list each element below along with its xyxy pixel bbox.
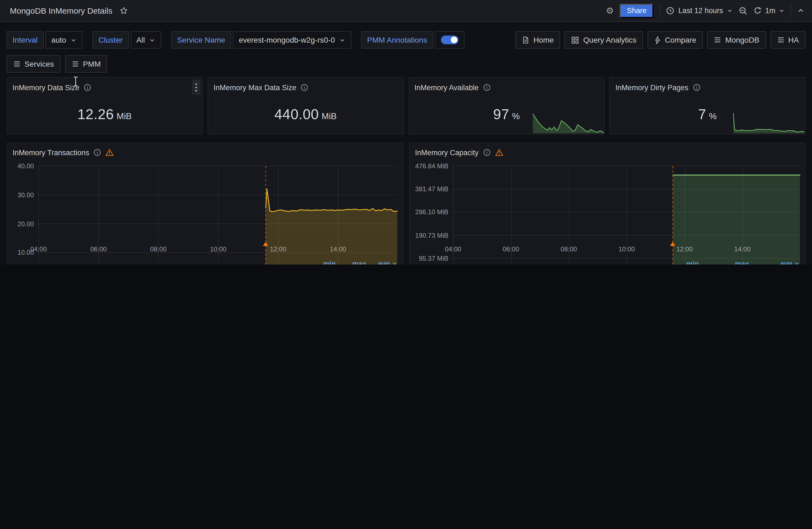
stat-value: 97%: [409, 95, 604, 134]
dashboard-links: Home Query Analytics Compare MongoDB HA: [515, 31, 806, 49]
refresh-icon: [754, 6, 762, 15]
chevron-down-icon: [779, 8, 785, 14]
clock-icon: [666, 6, 675, 15]
interval-label: Interval: [6, 31, 44, 49]
interval-select[interactable]: auto: [45, 31, 83, 49]
y-tick-label: 190.73 MiB: [415, 231, 448, 239]
y-tick-label: 20.00: [17, 220, 34, 228]
refresh-interval-label: 1m: [765, 6, 775, 15]
link-pmm[interactable]: PMM: [65, 55, 107, 73]
y-tick-label: 286.10 MiB: [415, 209, 448, 216]
link-services[interactable]: Services: [6, 55, 60, 73]
link-mongodb[interactable]: MongoDB: [707, 31, 766, 49]
x-tick-label: 04:00: [445, 245, 461, 253]
stat-value: 440.00MiB: [208, 95, 403, 134]
top-header: MongoDB InMemory Details ⚙ Share Last 12…: [0, 0, 812, 22]
cluster-select[interactable]: All: [130, 31, 161, 49]
annotation-marker[interactable]: [670, 242, 675, 246]
x-tick-label: 10:00: [210, 245, 227, 253]
info-icon[interactable]: [483, 84, 491, 91]
panel-inmemory-dirty-pages: InMemory Dirty Pages 7%: [610, 77, 806, 134]
x-tick-label: 14:00: [734, 245, 751, 253]
stats-row: InMemory Data Size 12.26MiB InMemory Max…: [6, 77, 806, 134]
link-home[interactable]: Home: [515, 31, 560, 49]
star-icon[interactable]: [119, 6, 128, 15]
panel-menu-kebab-icon[interactable]: [192, 80, 201, 95]
info-icon[interactable]: [84, 84, 91, 91]
panel-title[interactable]: InMemory Max Data Size: [214, 83, 296, 91]
y-tick-label: 40.00: [17, 162, 34, 170]
divider: [791, 5, 791, 17]
share-button[interactable]: Share: [620, 3, 654, 18]
service-name-filter: Service Name everest-mongodb-w2g-rs0-0: [171, 31, 351, 49]
dashboard-body: Interval auto Cluster All Service Name e…: [0, 31, 812, 264]
menu-icon: [714, 37, 722, 43]
caret-up-icon[interactable]: [797, 7, 804, 14]
stat-value: 7%: [610, 95, 805, 134]
panel-title[interactable]: InMemory Dirty Pages: [615, 83, 688, 91]
chevron-down-icon: [149, 37, 155, 43]
panel-inmemory-available: InMemory Available 97%: [408, 77, 605, 134]
menu-icon: [71, 61, 79, 67]
grid-icon: [571, 36, 580, 44]
menu-icon: [777, 37, 784, 43]
bolt-icon: [654, 36, 661, 44]
x-tick-label: 10:00: [619, 245, 635, 253]
interval-filter: Interval auto: [6, 31, 83, 49]
time-range-label: Last 12 hours: [678, 6, 723, 15]
y-tick-label: 381.47 MiB: [415, 185, 448, 193]
y-tick-label: 30.00: [17, 191, 34, 199]
annotation-marker[interactable]: [263, 242, 268, 246]
panel-title[interactable]: InMemory Capacity: [415, 148, 479, 157]
zoom-out-icon[interactable]: [739, 6, 748, 15]
panel-inmemory-transactions: InMemory Transactions 40.0030.0020.0010.…: [6, 143, 403, 264]
x-tick-label: 04:00: [30, 245, 47, 253]
chevron-down-icon: [71, 37, 76, 43]
toggle-track: [441, 35, 458, 44]
warning-icon[interactable]: [106, 149, 114, 156]
x-axis: 04:0006:0008:0010:0012:0014:00: [452, 245, 799, 254]
info-icon[interactable]: [693, 84, 700, 91]
divider: [660, 5, 661, 17]
cluster-filter: Cluster All: [92, 31, 161, 49]
panel-title[interactable]: InMemory Transactions: [13, 148, 89, 157]
page-title: MongoDB InMemory Details: [10, 6, 112, 15]
x-tick-label: 12:00: [270, 245, 286, 253]
pmm-annotations-label: PMM Annotations: [361, 31, 433, 49]
y-tick-label: 95.37 MiB: [419, 255, 448, 262]
x-axis: 04:0006:0008:0010:0012:0014:00: [38, 245, 397, 254]
service-name-select[interactable]: everest-mongodb-w2g-rs0-0: [233, 31, 351, 49]
filters-toolbar: Interval auto Cluster All Service Name e…: [6, 31, 806, 49]
service-name-label: Service Name: [171, 31, 231, 49]
warning-icon[interactable]: [495, 149, 503, 156]
info-icon[interactable]: [94, 149, 101, 156]
link-ha[interactable]: HA: [770, 31, 806, 49]
panel-inmemory-capacity: InMemory Capacity 476.84 MiB381.47 MiB28…: [409, 143, 806, 264]
chart-plot[interactable]: [452, 166, 799, 242]
time-range-picker[interactable]: Last 12 hours: [666, 6, 733, 15]
panel-inmemory-data-size: InMemory Data Size 12.26MiB: [6, 77, 203, 134]
y-tick-label: 476.84 MiB: [415, 162, 448, 170]
link-query-analytics[interactable]: Query Analytics: [565, 31, 643, 49]
panel-inmemory-max-data-size: InMemory Max Data Size 440.00MiB: [208, 77, 404, 134]
toggle-knob: [451, 37, 457, 43]
pmm-annotations-toggle[interactable]: [435, 31, 464, 49]
x-tick-label: 14:00: [330, 245, 346, 253]
dashboard: MongoDB InMemory Details ⚙ Share Last 12…: [0, 0, 812, 264]
stat-value: 12.26MiB: [7, 95, 202, 134]
panel-title[interactable]: InMemory Available: [415, 83, 479, 91]
settings-gear-icon[interactable]: ⚙: [606, 6, 614, 15]
chart-plot[interactable]: [38, 166, 397, 242]
panel-title[interactable]: InMemory Data Size: [13, 83, 79, 91]
x-tick-label: 06:00: [90, 245, 106, 253]
info-icon[interactable]: [483, 149, 491, 156]
info-icon[interactable]: [301, 84, 308, 91]
x-tick-label: 08:00: [561, 245, 577, 253]
menu-icon: [13, 61, 21, 67]
y-axis: 40.0030.0020.0010.000.00: [13, 166, 38, 242]
chevron-down-icon: [339, 37, 345, 43]
refresh-picker[interactable]: 1m: [754, 6, 785, 15]
chart-row-1: InMemory Transactions 40.0030.0020.0010.…: [6, 143, 806, 264]
pmm-annotations-filter: PMM Annotations: [361, 31, 464, 49]
link-compare[interactable]: Compare: [647, 31, 703, 49]
